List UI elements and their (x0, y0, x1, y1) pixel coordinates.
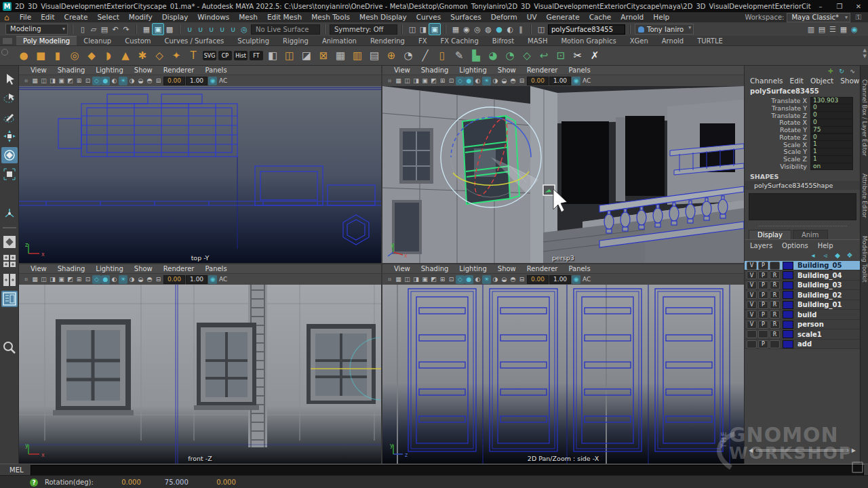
channel-box-object-name[interactable]: polySurface83455 (745, 86, 861, 97)
layer-color-swatch[interactable] (783, 262, 793, 270)
shape-node-name[interactable]: polySurface83455Shape (745, 181, 861, 190)
shelf-tool-icon[interactable]: ◕ (486, 48, 500, 63)
menu-set-dropdown[interactable]: Modeling (5, 24, 68, 35)
layer-playback-toggle[interactable]: P (758, 271, 768, 279)
layer-playback-toggle[interactable]: P (758, 262, 768, 270)
attribute-name[interactable]: Scale Z (745, 155, 810, 163)
shelf-tool-icon[interactable]: ▙ (469, 48, 484, 63)
two-pane-layout[interactable] (1, 272, 18, 288)
exposure-field[interactable]: 0.00 (163, 77, 185, 85)
viewport-toolbar-icon[interactable]: ◇ (92, 275, 101, 284)
layer-visibility-toggle[interactable]: V (747, 291, 757, 299)
viewport-toolbar-icon[interactable]: ◇ (456, 77, 465, 85)
attribute-name[interactable]: Rotate Z (745, 134, 810, 141)
viewport-toolbar-icon[interactable]: ◓ (509, 77, 517, 85)
history-toggle-icon[interactable]: ◨ (418, 24, 429, 35)
gamma-field[interactable]: 1.00 (186, 77, 208, 85)
attribute-value[interactable]: 1 (810, 148, 853, 156)
layer-display-type-toggle[interactable]: R (770, 310, 780, 319)
viewport-toolbar-icon[interactable]: ◨ (48, 77, 57, 85)
help-icon[interactable]: ? (30, 479, 38, 487)
mel-label[interactable]: MEL (0, 466, 31, 474)
shelf-tool-icon[interactable]: ╱ (418, 48, 433, 63)
shelf-tab[interactable]: Animation (315, 37, 363, 45)
scroll-left-icon[interactable]: ◀ (749, 447, 753, 453)
layer-color-swatch[interactable] (783, 310, 793, 319)
sidebar-toggle-icon[interactable]: ▤ (816, 24, 827, 35)
menu-item[interactable]: Create (60, 13, 93, 21)
viewport-menu-item[interactable]: Show (493, 265, 521, 272)
layer-visibility-toggle[interactable]: V (747, 262, 757, 270)
layer-visibility-toggle[interactable]: V (747, 271, 757, 279)
shelf-tab[interactable]: Motion Graphics (554, 37, 623, 45)
layer-visibility-toggle[interactable]: V (747, 281, 757, 289)
layer-row[interactable]: V P R person (745, 320, 861, 330)
single-pane-layout[interactable] (1, 234, 18, 250)
viewport-toolbar-icon[interactable]: ⊡ (83, 275, 92, 284)
shelf-tab[interactable]: FX Caching (434, 37, 486, 45)
viewport-toolbar-icon[interactable]: ◑ (127, 77, 136, 85)
selection-mode-icon[interactable]: ▣ (152, 23, 164, 35)
shelf-tool-icon[interactable]: ⊕ (384, 48, 399, 63)
snap-icon[interactable]: ◎ (239, 24, 250, 35)
viewport-toolbar-icon[interactable]: ⊞ (438, 77, 447, 85)
shelf-tab[interactable]: Custom (118, 37, 157, 45)
viewport-toolbar-icon[interactable]: ◩ (429, 77, 438, 85)
shelf-tool-icon[interactable]: ⊡ (553, 48, 568, 63)
scroll-right-icon[interactable]: ▶ (852, 447, 856, 453)
render-icon[interactable]: ◐ (505, 24, 515, 35)
viewport-menu-item[interactable]: Show (130, 66, 157, 74)
viewport-toolbar-icon[interactable]: ◓ (509, 275, 517, 284)
shelf-tool-icon[interactable]: ⊠ (316, 48, 331, 63)
file-operation-icon[interactable]: ▯ (77, 24, 88, 35)
channel-box-menu-item[interactable]: Edit (790, 77, 809, 85)
layer-name[interactable]: Building_02 (796, 291, 842, 299)
viewport-toolbar-icon[interactable]: ◓ (145, 77, 154, 85)
viewport-toolbar-icon[interactable]: ◐ (110, 77, 119, 85)
viewport-menu-item[interactable]: Renderer (159, 265, 199, 272)
viewport-toolbar-icon[interactable]: ⊡ (83, 77, 92, 85)
viewport-toolbar-icon[interactable]: ◒ (500, 275, 509, 284)
viewport-menu-item[interactable]: View (389, 265, 415, 272)
viewport-toolbar-icon[interactable]: ⊟ (517, 77, 526, 85)
layer-playback-toggle[interactable]: P (758, 281, 768, 289)
viewport-menu-item[interactable]: Lighting (454, 66, 491, 74)
snap-icon[interactable]: ∪ (195, 24, 206, 35)
close-button[interactable]: ✕ (849, 0, 868, 12)
viewport-menu-item[interactable]: View (26, 66, 52, 74)
menu-item[interactable]: File (15, 13, 37, 21)
exposure-field[interactable]: 0.00 (527, 77, 549, 85)
pane-layout-icon[interactable]: ◫ (536, 24, 547, 35)
attribute-name[interactable]: Rotate Y (745, 126, 810, 134)
render-icon[interactable]: ● (494, 24, 505, 35)
paint-select-tool[interactable] (1, 109, 18, 125)
shelf-tool-icon[interactable]: SVG (203, 51, 216, 60)
menu-item[interactable]: Mesh (234, 13, 262, 21)
attribute-value[interactable]: 0 (810, 111, 853, 119)
layer-action-icon[interactable]: ◂ (809, 251, 817, 260)
shelf-tab[interactable]: XGen (623, 37, 655, 45)
viewport-toolbar-icon[interactable]: ◩ (429, 275, 438, 284)
attribute-name[interactable]: Scale Y (745, 148, 810, 155)
file-operation-icon[interactable]: ↶ (110, 24, 121, 35)
shelf-tool-icon[interactable]: ▦ (333, 48, 348, 63)
menu-item[interactable]: Modify (124, 13, 157, 21)
color-management-icon[interactable]: ◉ (208, 77, 217, 85)
render-icon[interactable]: ◎ (472, 24, 483, 35)
zoom-tool[interactable] (1, 340, 18, 356)
viewport-toolbar-icon[interactable]: ⌗ (22, 77, 31, 85)
attribute-value[interactable]: 1 (810, 155, 853, 163)
viewport-menu-item[interactable]: Shading (416, 66, 454, 74)
layer-color-swatch[interactable] (783, 340, 793, 348)
attribute-name[interactable]: Translate Z (745, 112, 810, 119)
layer-action-icon[interactable]: ❖ (846, 251, 854, 260)
sidebar-tab[interactable]: Channel Box / Layer Editor (861, 79, 868, 156)
menu-item[interactable]: Mesh Display (355, 13, 412, 21)
layer-name[interactable]: build (796, 311, 816, 319)
channel-box-top-icon[interactable]: ∿ (848, 67, 856, 75)
attribute-name[interactable]: Rotate X (745, 119, 810, 126)
attribute-value[interactable]: 130.903 (810, 97, 853, 105)
layer-name[interactable]: Building_05 (796, 262, 842, 269)
shelf-side-controls[interactable] (1, 49, 9, 62)
viewport-menu-item[interactable]: View (26, 265, 52, 272)
